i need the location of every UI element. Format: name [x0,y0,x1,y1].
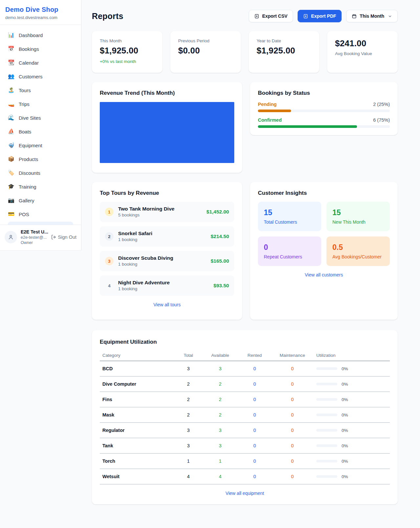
shop-domain: demo.test.divestreams.com [5,15,76,20]
utilization-bar [316,383,337,385]
cell-maintenance: 0 [271,392,314,407]
stat-label: Avg Booking Value [335,51,390,56]
sidebar: Demo Dive Shop demo.test.divestreams.com… [0,0,81,250]
equipment-table: Category Total Available Rented Maintena… [100,350,390,484]
tour-name: Night Dive Adventure [118,280,170,285]
sidebar-item-trips[interactable]: 🚤Trips [4,97,77,111]
sidebar-item-pos[interactable]: 💳POS [4,207,77,221]
top-tours-title: Top Tours by Revenue [100,190,234,196]
file-download-icon [303,14,308,19]
equipment-utilization-card: Equipment Utilization Category Total Ava… [92,330,398,504]
utilization-bar [316,444,337,447]
cell-utilization: 0% [314,407,390,423]
tour-revenue: $1,452.00 [206,209,229,215]
cell-rented: 0 [238,407,271,423]
sign-out-icon [51,234,56,240]
sidebar-item-products[interactable]: 📦Products [4,152,77,166]
cell-category: Regulator [100,423,175,438]
sidebar-item-tours[interactable]: 🏝️Tours [4,83,77,97]
cell-total: 3 [175,361,202,376]
tile-value: 0 [264,243,315,252]
utilization-bar [316,429,337,432]
cell-utilization: 0% [314,454,390,469]
view-all-tours-link[interactable]: View all tours [100,302,234,307]
sidebar-item-bookings[interactable]: 📅Bookings [4,42,77,56]
utilization-bar [316,475,337,478]
island-icon: 🏝️ [8,88,14,93]
export-csv-label: Export CSV [262,13,287,19]
sidebar-item-calendar[interactable]: 📆Calendar [4,56,77,70]
col-rented: Rented [238,350,271,361]
tour-list: 1 Two Tank Morning Dive5 bookings $1,452… [100,202,234,296]
bookings-by-status-card: Bookings by Status Pending 2 (25%) Confi… [250,82,398,135]
stat-cards-row: This Month $1,925.00 +0% vs last month P… [92,31,398,73]
cell-utilization: 0% [314,469,390,484]
cell-total: 1 [175,454,202,469]
tour-list-item[interactable]: 1 Two Tank Morning Dive5 bookings $1,452… [100,202,234,222]
stat-value: $1,925.00 [257,46,311,56]
sidebar-user-footer: E2E Test U... e2e-tester@... Owner Sign … [0,225,81,250]
chevron-down-icon [388,14,392,18]
sidebar-item-gallery[interactable]: 📷Gallery [4,193,77,207]
col-utilization: Utilization [314,350,390,361]
wave-icon: 🌊 [8,115,14,120]
progress-track [258,110,390,112]
sidebar-item-customers[interactable]: 👥Customers [4,70,77,83]
view-all-customers-link[interactable]: View all customers [258,272,390,277]
tile-avg-bookings: 0.5 Avg Bookings/Customer [326,236,390,266]
sidebar-item-training[interactable]: 🎓Training [4,180,77,193]
cell-rented: 0 [238,423,271,438]
sign-out-button[interactable]: Sign Out [51,234,76,240]
sidebar-item-boats[interactable]: ⛵Boats [4,125,77,138]
view-all-equipment-link[interactable]: View all equipment [100,491,390,496]
tour-name: Snorkel Safari [118,231,152,236]
cell-available: 3 [202,423,238,438]
period-dropdown[interactable]: This Month [346,10,398,22]
sidebar-item-dashboard[interactable]: 📊Dashboard [4,28,77,42]
cell-total: 3 [175,423,202,438]
table-row: Fins 2 2 0 0 0% [100,392,390,407]
calendar-icon: 📆 [8,60,14,65]
credit-card-icon: 💳 [8,212,14,217]
stat-card-year-to-date: Year to Date $1,925.00 [249,31,319,73]
sidebar-item-discounts[interactable]: 🏷️Discounts [4,166,77,180]
sidebar-item-label: Bookings [19,46,39,52]
cell-utilization: 0% [314,376,390,392]
sidebar-item-label: Dashboard [19,32,43,38]
tour-revenue: $214.50 [211,234,229,239]
cell-rented: 0 [238,469,271,484]
export-pdf-button[interactable]: Export PDF [298,10,342,22]
cell-category: Wetsuit [100,469,175,484]
status-label: Pending [258,102,277,107]
cell-maintenance: 0 [271,469,314,484]
cell-rented: 0 [238,376,271,392]
cell-maintenance: 0 [271,454,314,469]
cell-category: BCD [100,361,175,376]
equipment-table-body: BCD 3 3 0 0 0% Dive Computer 2 2 0 0 0% [100,361,390,484]
cell-available: 3 [202,438,238,454]
reports-page: Demo Dive Shop demo.test.divestreams.com… [0,0,420,528]
tour-list-item[interactable]: 4 Night Dive Adventure1 booking $93.50 [100,275,234,296]
rank-badge: 3 [105,257,114,265]
stat-card-avg-booking-value: $241.00 Avg Booking Value [327,31,398,73]
revenue-trend-chart [100,102,234,163]
table-row: Regulator 3 3 0 0 0% [100,423,390,438]
tour-list-item[interactable]: 2 Snorkel Safari1 booking $214.50 [100,226,234,247]
sidebar-item-equipment[interactable]: 🤿Equipment [4,138,77,152]
cell-total: 3 [175,438,202,454]
tile-label: Avg Bookings/Customer [332,254,384,259]
progress-fill-confirmed [258,125,357,128]
stat-label: Year to Date [257,38,311,43]
top-tours-card: Top Tours by Revenue 1 Two Tank Morning … [92,182,242,320]
stat-card-previous-period: Previous Period $0.00 [170,31,241,73]
sidebar-item-label: POS [19,212,29,217]
tile-repeat-customers: 0 Repeat Customers [258,236,321,266]
sidebar-item-dive-sites[interactable]: 🌊Dive Sites [4,111,77,125]
status-row-pending: Pending 2 (25%) [258,102,390,112]
tour-list-item[interactable]: 3 Discover Scuba Diving1 booking $165.00 [100,251,234,271]
export-csv-button[interactable]: Export CSV [249,10,293,22]
status-value: 2 (25%) [373,102,390,107]
sidebar-item-reports-partial[interactable] [8,222,73,225]
table-row: Tank 3 3 0 0 0% [100,438,390,454]
cell-total: 2 [175,407,202,423]
